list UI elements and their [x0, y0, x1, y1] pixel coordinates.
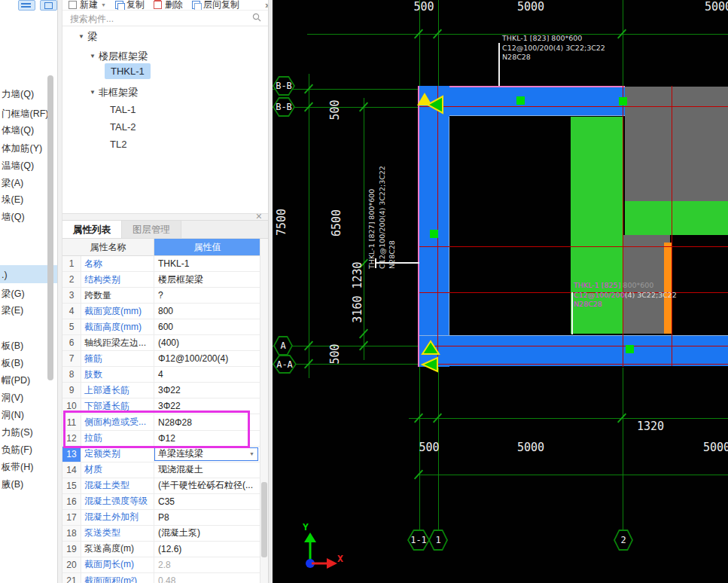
property-row-2[interactable]: 2结构类别楼层框架梁 — [62, 272, 260, 288]
tree-item-tl2[interactable]: TL2 — [110, 139, 126, 150]
grip-handle[interactable] — [430, 230, 438, 238]
grip-handle[interactable] — [626, 345, 634, 353]
tree-item-tal-2[interactable]: TAL-2 — [110, 121, 136, 133]
beam-thkl1-bottom[interactable] — [419, 335, 728, 366]
property-value[interactable]: 3Φ22 — [154, 398, 260, 414]
search-input[interactable] — [69, 11, 245, 26]
properties-scrollbar[interactable] — [260, 239, 268, 583]
property-row-5[interactable]: 5截面高度(mm)600 — [62, 319, 260, 335]
property-name: 名称 — [81, 256, 154, 272]
property-row-13[interactable]: 13定额类别单梁连续梁▼ — [62, 447, 260, 462]
property-value[interactable]: Φ12@100/200(4) — [154, 351, 260, 367]
property-row-14[interactable]: 14材质现浇混凝土 — [62, 462, 260, 478]
property-value[interactable]: C35 — [154, 494, 260, 510]
sidebar-item[interactable]: 力筋(S) — [2, 426, 33, 439]
wall-region[interactable] — [625, 87, 728, 201]
property-row-21[interactable]: 21截面面积(m²)0.48 — [62, 573, 260, 583]
property-row-19[interactable]: 19泵送高度(m)(12.6) — [62, 542, 260, 557]
property-row-8[interactable]: 8肢数4 — [62, 367, 260, 383]
property-value[interactable]: (400) — [154, 335, 260, 351]
property-row-6[interactable]: 6轴线距梁左边...(400) — [62, 335, 260, 351]
grid-bubble-1: 1 — [428, 530, 448, 551]
property-value[interactable]: Φ12 — [154, 431, 260, 447]
property-row-9[interactable]: 9上部通长筋3Φ22 — [62, 383, 260, 398]
property-row-1[interactable]: 1名称THKL-1 — [62, 256, 260, 272]
grid-line — [438, 0, 439, 86]
property-value[interactable]: 3Φ22 — [154, 383, 260, 398]
drawing-canvas[interactable]: Y X 500500050005005000132050005007500650… — [273, 0, 728, 583]
sidebar-item[interactable]: 温墙(Q) — [2, 160, 34, 172]
property-value[interactable]: N28Φ28 — [154, 415, 260, 431]
property-row-4[interactable]: 4截面宽度(mm)800 — [62, 304, 260, 319]
delete-button[interactable]: 删除 — [154, 0, 183, 11]
property-name: 跨数量 — [81, 288, 154, 304]
sidebar-item-selected[interactable]: .) — [2, 270, 8, 280]
property-value[interactable]: P8 — [154, 510, 260, 526]
copy-between-floors-button[interactable]: 层间复制 — [192, 0, 239, 11]
new-button[interactable]: 新建▼ — [69, 0, 106, 11]
property-row-17[interactable]: 17混凝土外加剂P8 — [62, 510, 260, 526]
sidebar-item[interactable]: 板带(H) — [2, 461, 33, 474]
tree-item-tal-1[interactable]: TAL-1 — [110, 104, 136, 115]
tree-node-non-frame-beam[interactable]: ▼非框架梁 — [90, 86, 138, 99]
sidebar-item[interactable]: 垛(E) — [2, 194, 23, 206]
sidebar-item[interactable]: 力墙(Q) — [2, 88, 34, 101]
sidebar-item[interactable]: 负筋(F) — [2, 444, 32, 456]
property-value[interactable]: THKL-1 — [154, 256, 260, 272]
sidebar-item[interactable]: 体加筋(Y) — [2, 142, 42, 155]
sidebar-item[interactable]: 板(B) — [2, 340, 23, 353]
tree-node-floor-frame-beam[interactable]: ▼楼层框架梁 — [90, 50, 148, 63]
property-value[interactable]: 600 — [154, 319, 260, 335]
property-value[interactable]: (12.6) — [154, 542, 260, 557]
sidebar-item[interactable]: 门框墙(RF) — [2, 108, 49, 121]
sidebar-item[interactable]: 墙(Q) — [2, 211, 25, 224]
tab-layer-manager[interactable]: 图层管理 — [122, 221, 181, 238]
wall-region[interactable] — [623, 235, 670, 243]
panel-divider[interactable] — [62, 213, 269, 221]
chevron-down-icon: ▼ — [249, 451, 254, 456]
slab-region[interactable] — [625, 201, 728, 235]
tree-item-thkl1[interactable]: THKL-1 — [105, 63, 151, 79]
grip-handle[interactable] — [516, 96, 525, 105]
property-row-20[interactable]: 20截面周长(m)2.8 — [62, 557, 260, 573]
property-row-3[interactable]: 3跨数量? — [62, 288, 260, 304]
property-value[interactable]: (混凝土泵) — [154, 526, 260, 542]
property-row-15[interactable]: 15混凝土类型(半干硬性砼砾石粒径(... — [62, 478, 260, 494]
tab-property-list[interactable]: 属性列表 — [62, 221, 122, 238]
property-row-18[interactable]: 18泵送类型(混凝土泵) — [62, 526, 260, 542]
property-row-12[interactable]: 12拉筋Φ12 — [62, 431, 260, 447]
sidebar-item[interactable]: 梁(E) — [2, 304, 23, 317]
grip-handle[interactable] — [619, 97, 627, 105]
sidebar-item[interactable]: 腋(B) — [2, 478, 23, 491]
property-value[interactable]: 现浇混凝土 — [154, 462, 260, 478]
sidebar-item[interactable]: 洞(V) — [2, 392, 23, 404]
sidebar-item[interactable]: 梁(G) — [2, 288, 25, 301]
sidebar-item[interactable]: 洞(N) — [2, 409, 24, 422]
sidebar-item[interactable]: 体墙(Q) — [2, 124, 34, 137]
quota-category-dropdown[interactable]: 单梁连续梁▼ — [154, 447, 258, 461]
copy-button[interactable]: 复制 — [115, 0, 145, 11]
property-value[interactable]: (半干硬性砼砾石粒径(... — [154, 478, 260, 494]
sidebar-item[interactable]: 帽(PD) — [2, 374, 30, 387]
property-row-16[interactable]: 16混凝土强度等级C35 — [62, 494, 260, 510]
property-value[interactable]: 2.8 — [154, 557, 260, 573]
module-rail-scrollbar[interactable] — [47, 75, 53, 380]
property-value[interactable]: 楼层框架梁 — [154, 272, 260, 288]
property-value[interactable]: 0.48 — [154, 573, 260, 583]
panel-view-toggle-icon[interactable] — [40, 0, 57, 11]
close-icon[interactable]: × — [256, 211, 262, 221]
property-value[interactable]: ? — [154, 288, 260, 304]
property-value[interactable]: 800 — [154, 304, 260, 319]
beam-thkl1-left[interactable] — [418, 86, 449, 367]
property-value[interactable]: 4 — [154, 367, 260, 383]
toolbar-button-label: 复制 — [126, 0, 145, 11]
property-row-11[interactable]: 11侧面构造或受...N28Φ28 — [62, 415, 260, 431]
property-row-7[interactable]: 7箍筋Φ12@100/200(4) — [62, 351, 260, 367]
sidebar-item[interactable]: 板(B) — [2, 357, 23, 370]
row-number: 20 — [62, 557, 81, 573]
list-view-toggle-icon[interactable] — [18, 0, 35, 11]
property-value[interactable]: 单梁连续梁▼ — [154, 447, 260, 462]
sidebar-item[interactable]: 梁(A) — [2, 177, 23, 190]
property-row-10[interactable]: 10下部通长筋3Φ22 — [62, 398, 260, 414]
tree-node-beam[interactable]: ▼梁 — [78, 30, 97, 44]
